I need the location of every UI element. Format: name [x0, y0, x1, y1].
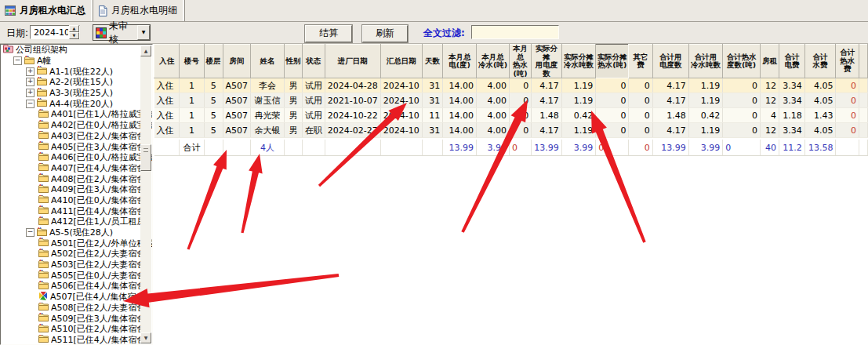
cell[interactable]: 3.34	[779, 123, 805, 138]
cell[interactable]: 4.17	[532, 78, 562, 93]
cell[interactable]: 1.19	[688, 78, 723, 93]
cell[interactable]: 1	[180, 108, 205, 123]
cell[interactable]: 0	[596, 108, 629, 123]
tree-item-A4-4[interactable]: −A4-4(现住20人)	[1, 98, 153, 109]
cell[interactable]: 2024-10	[380, 108, 422, 123]
cell[interactable]: 5	[205, 78, 223, 93]
cell[interactable]: 1.19	[561, 78, 596, 93]
cell[interactable]: 入住	[154, 78, 180, 93]
tab-monthly-detail[interactable]: 月房租水电明细	[93, 0, 185, 21]
settle-button[interactable]: 结算	[305, 25, 352, 42]
cell[interactable]	[859, 93, 868, 108]
tree-item-A508[interactable]: A508[已住2人/夫妻宿舍/	[1, 303, 153, 314]
cell[interactable]	[836, 140, 859, 156]
refresh-button[interactable]: 刷新	[362, 25, 408, 42]
cell[interactable]: 入住	[154, 93, 180, 108]
cell[interactable]: 3.99	[561, 140, 596, 156]
tree-item-A406[interactable]: A406[已住0人/格拉威宝集	[1, 152, 153, 163]
cell[interactable]: 男	[285, 123, 303, 138]
cell[interactable]: 2024-10	[380, 78, 422, 93]
column-header-17[interactable]: 合计用 电度数	[652, 45, 688, 78]
cell[interactable]: 5	[205, 123, 223, 138]
cell[interactable]: 31	[422, 78, 442, 93]
cell[interactable]	[380, 140, 422, 156]
cell[interactable]: 1.19	[688, 93, 723, 108]
cell[interactable]: 0	[629, 108, 652, 123]
column-header-24[interactable]	[859, 45, 868, 78]
column-header-9[interactable]: 天数	[422, 45, 442, 78]
cell[interactable]: 4.00	[477, 123, 510, 138]
column-header-23[interactable]: 合计 热水费	[836, 45, 859, 78]
cell[interactable]: 14.00	[443, 123, 477, 138]
cell[interactable]: 0	[510, 93, 532, 108]
column-header-18[interactable]: 合计用 冷水吨数	[688, 45, 723, 78]
cell[interactable]: 40	[760, 140, 779, 156]
collapse-icon[interactable]: −	[26, 228, 35, 237]
cell[interactable]	[859, 123, 868, 138]
total-row[interactable]: 合计4人13.993.99013.993.990013.993.9904011.…	[154, 140, 868, 156]
table-row[interactable]: 入住15A507谢玉信男试用2021-10-072024-103114.004.…	[154, 93, 868, 108]
cell[interactable]: 1	[180, 78, 205, 93]
cell[interactable]: 合计	[180, 140, 205, 156]
tree-item-A410[interactable]: A410[已住0人/集体宿舍/	[1, 195, 153, 206]
column-header-19[interactable]: 合计热水 度数(吨)	[723, 45, 761, 78]
cell[interactable]: 0	[836, 93, 859, 108]
cell[interactable]: 余大银	[251, 123, 285, 138]
cell[interactable]: 2024-10	[380, 123, 422, 138]
cell[interactable]: 3.99	[477, 140, 510, 156]
date-spinner[interactable]: ▲ ▼	[69, 25, 79, 39]
cell[interactable]: 0.42	[688, 108, 723, 123]
cell[interactable]: 0	[629, 78, 652, 93]
cell[interactable]: A507	[223, 123, 251, 138]
expand-icon[interactable]: +	[26, 78, 35, 86]
column-header-15[interactable]: 实际分摊 热水(吨)	[596, 45, 629, 78]
filter-input[interactable]	[471, 25, 559, 39]
tree-item-A507[interactable]: A507[已住4人/集体宿舍/	[1, 292, 153, 303]
cell[interactable]: 0	[723, 78, 761, 93]
cell[interactable]: 4.17	[532, 123, 562, 138]
cell[interactable]: 0	[596, 140, 629, 156]
cell[interactable]: 0	[596, 78, 629, 93]
tree-item-A407[interactable]: A407[已住4人/集体宿舍/	[1, 163, 153, 174]
cell[interactable]: 0.42	[561, 108, 596, 123]
cell[interactable]: 1.48	[532, 108, 562, 123]
cell[interactable]: 0	[723, 123, 761, 138]
cell[interactable]: 4.17	[652, 123, 688, 138]
column-header-10[interactable]: 本月总 电(度)	[443, 45, 477, 78]
column-header-12[interactable]: 本月总 热水(吨)	[510, 45, 532, 78]
cell[interactable]: 14.00	[443, 93, 477, 108]
cell[interactable]: 2024-10-22	[325, 108, 380, 123]
cell[interactable]: 李会	[251, 78, 285, 93]
cell[interactable]: 1.19	[688, 123, 723, 138]
tree-item-A3-3[interactable]: +A3-3(现住25人)	[1, 88, 153, 99]
cell[interactable]: 1.18	[779, 108, 805, 123]
tree-item-A501[interactable]: A501[已住2人/外单位租房	[1, 238, 153, 249]
table-row[interactable]: 入住15A507李会男试用2024-04-282024-103114.004.0…	[154, 78, 868, 93]
tree-item-A505[interactable]: A505[已住0人/夫妻宿舍/	[1, 270, 153, 281]
cell[interactable]: 试用	[302, 78, 325, 93]
column-header-2[interactable]: 楼层	[205, 45, 223, 78]
cell[interactable]: 13.99	[443, 140, 477, 156]
cell[interactable]: 5	[205, 93, 223, 108]
cell[interactable]: 试用	[302, 108, 325, 123]
cell[interactable]: 0	[723, 108, 761, 123]
cell[interactable]: 4.17	[532, 93, 562, 108]
cell[interactable]: 男	[285, 108, 303, 123]
cell[interactable]: 4.00	[477, 108, 510, 123]
tree-item-A412[interactable]: A412[已住1人/员工租房/	[1, 216, 153, 227]
cell[interactable]: 0	[629, 93, 652, 108]
cell[interactable]	[205, 140, 223, 156]
cell[interactable]: 4.05	[804, 123, 836, 138]
cell[interactable]: 0	[510, 108, 532, 123]
cell[interactable]: 男	[285, 78, 303, 93]
tab-monthly-summary[interactable]: 月房租水电汇总	[0, 0, 93, 21]
cell[interactable]: 31	[422, 123, 442, 138]
cell[interactable]	[285, 140, 303, 156]
column-header-13[interactable]: 实际分摊 用电度数	[532, 45, 562, 78]
cell[interactable]: 0	[510, 123, 532, 138]
cell[interactable]: 0	[836, 108, 859, 123]
tree-item-A405[interactable]: A405[已住3人/集体宿舍/	[1, 141, 153, 152]
cell[interactable]: 0	[723, 93, 761, 108]
scroll-down-icon[interactable]: ▼	[140, 332, 151, 343]
cell[interactable]: 0	[510, 78, 532, 93]
